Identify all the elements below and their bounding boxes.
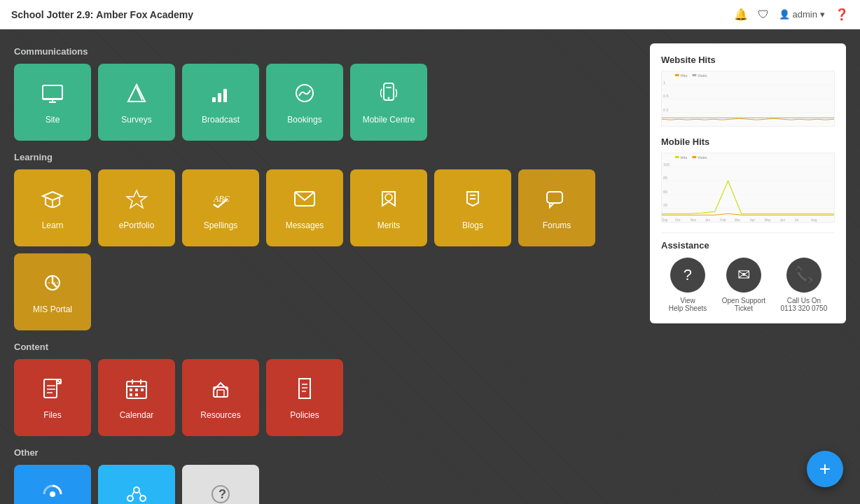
site-icon bbox=[40, 80, 65, 109]
username: admin bbox=[793, 9, 817, 20]
tile-site[interactable]: Site bbox=[14, 64, 91, 141]
svg-rect-37 bbox=[135, 393, 138, 396]
tile-files[interactable]: Files bbox=[14, 359, 91, 436]
website-hits-chart: .axis{stroke:#ccc;stroke-width:0.5} .gri… bbox=[661, 71, 835, 127]
spellings-label: Spellings bbox=[204, 220, 238, 230]
svg-rect-35 bbox=[141, 388, 144, 391]
svg-marker-4 bbox=[128, 85, 145, 102]
app-name: School Jotter 2.9: bbox=[11, 9, 93, 20]
organisations-icon bbox=[124, 482, 149, 505]
eportfolio-label: ePortfolio bbox=[119, 220, 155, 230]
merits-label: Merits bbox=[377, 220, 401, 230]
mobile-centre-icon bbox=[376, 80, 401, 109]
svg-marker-14 bbox=[127, 190, 146, 208]
user-menu[interactable]: 👤 admin ▾ bbox=[779, 9, 825, 20]
section-label-other: Other bbox=[14, 447, 636, 458]
svg-text:1: 1 bbox=[663, 80, 665, 84]
tile-blogs[interactable]: Blogs bbox=[434, 169, 511, 246]
tile-resources[interactable]: Resources bbox=[182, 359, 259, 436]
school-name: Amber Fox Academy bbox=[96, 9, 193, 20]
resources-label: Resources bbox=[200, 410, 240, 420]
right-panel: Website Hits .axis{stroke:#ccc;stroke-wi… bbox=[650, 43, 846, 490]
svg-point-46 bbox=[140, 496, 146, 501]
svg-rect-71 bbox=[693, 156, 697, 158]
svg-rect-33 bbox=[130, 388, 132, 391]
bookings-icon bbox=[292, 80, 317, 109]
support-ticket-label: Open SupportTicket bbox=[722, 297, 765, 312]
tile-merits[interactable]: Merits bbox=[350, 169, 427, 246]
learn-icon bbox=[40, 186, 65, 215]
help-icon[interactable]: ❓ bbox=[835, 8, 849, 21]
surveys-icon bbox=[124, 80, 149, 109]
fab-plus-icon: + bbox=[819, 458, 831, 480]
help-sheets-icon: ? bbox=[670, 258, 705, 293]
tile-mis-portal[interactable]: MIS Portal bbox=[14, 253, 91, 330]
tile-policies[interactable]: Policies bbox=[266, 359, 343, 436]
bookings-label: Bookings bbox=[287, 115, 321, 125]
mis-portal-icon bbox=[40, 270, 65, 299]
svg-rect-6 bbox=[212, 97, 216, 102]
tile-forums[interactable]: Forums bbox=[518, 169, 595, 246]
forums-icon bbox=[544, 186, 569, 215]
user-icon: 👤 bbox=[779, 9, 790, 20]
tiles-row-communications: SiteSurveysBroadcastBookingsMobile Centr… bbox=[14, 64, 636, 141]
call-us-item[interactable]: 📞 Call Us On0113 320 0750 bbox=[781, 258, 828, 312]
assistance-row: ? ViewHelp Sheets ✉ Open SupportTicket 📞… bbox=[661, 258, 835, 312]
call-us-label: Call Us On0113 320 0750 bbox=[781, 297, 828, 312]
mobile-hits-title: Mobile Hits bbox=[661, 136, 835, 147]
tile-help-sheets[interactable]: ?Help Sheets bbox=[182, 465, 259, 504]
blogs-label: Blogs bbox=[462, 220, 483, 230]
svg-text:Jun: Jun bbox=[779, 218, 785, 222]
calendar-label: Calendar bbox=[120, 410, 154, 420]
svg-point-43 bbox=[50, 491, 55, 497]
tiles-row-learning: LearnePortfolioABCSpellingsMessagesMerit… bbox=[14, 169, 636, 330]
mobile-centre-label: Mobile Centre bbox=[363, 115, 415, 125]
app-title: School Jotter 2.9: Amber Fox Academy bbox=[11, 9, 193, 20]
view-help-sheets-item[interactable]: ? ViewHelp Sheets bbox=[669, 258, 707, 312]
shield-icon[interactable]: 🛡 bbox=[758, 8, 769, 21]
files-icon bbox=[40, 376, 65, 405]
svg-text:Jul: Jul bbox=[794, 218, 798, 222]
svg-rect-36 bbox=[130, 393, 132, 396]
broadcast-icon bbox=[208, 80, 233, 109]
tile-broadcast[interactable]: Broadcast bbox=[182, 64, 259, 141]
svg-text:Jan: Jan bbox=[705, 218, 711, 222]
tile-bookings[interactable]: Bookings bbox=[266, 64, 343, 141]
tile-calendar[interactable]: Calendar bbox=[98, 359, 175, 436]
svg-text:0.2: 0.2 bbox=[663, 107, 669, 111]
svg-rect-39 bbox=[217, 390, 224, 397]
svg-text:Feb: Feb bbox=[720, 218, 726, 222]
svg-rect-69 bbox=[675, 156, 679, 158]
messages-icon bbox=[292, 186, 317, 215]
merits-icon bbox=[376, 186, 401, 215]
svg-point-12 bbox=[388, 97, 390, 99]
svg-text:0.6: 0.6 bbox=[663, 94, 669, 98]
website-hits-title: Website Hits bbox=[661, 55, 835, 65]
tile-admin[interactable]: Admin bbox=[14, 465, 91, 504]
learn-label: Learn bbox=[42, 220, 64, 230]
bell-icon[interactable]: 🔔 bbox=[734, 8, 748, 21]
svg-text:Sep: Sep bbox=[662, 218, 668, 222]
svg-text:?: ? bbox=[219, 487, 226, 501]
svg-text:May: May bbox=[765, 218, 771, 222]
fab-button[interactable]: + bbox=[807, 451, 843, 487]
mis-portal-label: MIS Portal bbox=[33, 304, 72, 314]
tile-organisations[interactable]: Organisations bbox=[98, 465, 175, 504]
tile-spellings[interactable]: ABCSpellings bbox=[182, 169, 259, 246]
svg-text:Mar: Mar bbox=[735, 218, 741, 222]
tile-surveys[interactable]: Surveys bbox=[98, 64, 175, 141]
tile-messages[interactable]: Messages bbox=[266, 169, 343, 246]
tile-mobile-centre[interactable]: Mobile Centre bbox=[350, 64, 427, 141]
support-ticket-item[interactable]: ✉ Open SupportTicket bbox=[722, 258, 765, 312]
resources-icon bbox=[208, 376, 233, 405]
tile-eportfolio[interactable]: ePortfolio bbox=[98, 169, 175, 246]
svg-text:Nov: Nov bbox=[691, 218, 697, 222]
broadcast-label: Broadcast bbox=[202, 115, 240, 125]
help-sheets-label: ViewHelp Sheets bbox=[669, 297, 707, 312]
svg-text:Visits: Visits bbox=[698, 155, 707, 160]
svg-rect-59 bbox=[693, 74, 697, 76]
svg-text:60: 60 bbox=[663, 190, 667, 194]
section-label-communications: Communications bbox=[14, 46, 636, 57]
chevron-down-icon: ▾ bbox=[820, 9, 825, 20]
tile-learn[interactable]: Learn bbox=[14, 169, 91, 246]
